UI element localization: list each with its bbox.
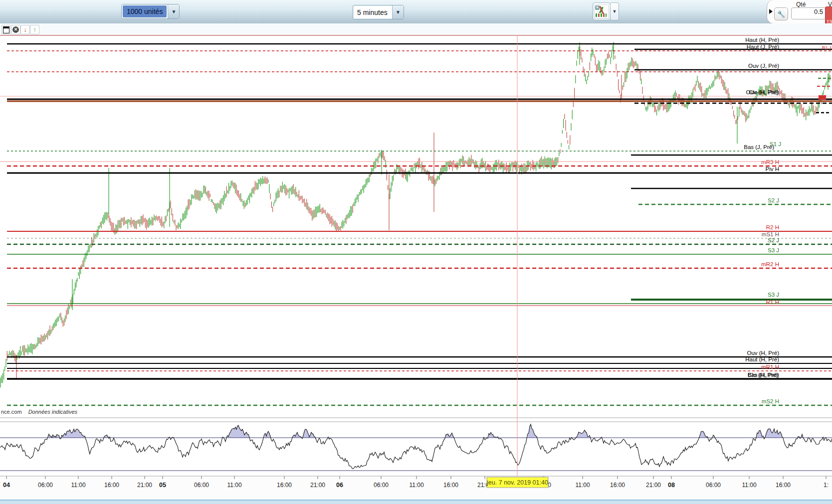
price-chart-canvas[interactable]: Haut (H, Pré)Haut (J, Pré)Ouv (J, Pré)Cl…: [0, 35, 832, 504]
svg-text:S2 J: S2 J: [768, 237, 779, 243]
svg-text:Haut (H, Pré): Haut (H, Pré): [745, 356, 779, 362]
close-window-button[interactable]: ✕: [11, 25, 20, 34]
source-text: nce.com: [1, 409, 22, 415]
svg-text:16:00: 16:00: [610, 482, 625, 489]
svg-text:mS2 H: mS2 H: [762, 398, 779, 404]
svg-text:mR3 H: mR3 H: [761, 159, 779, 165]
svg-text:08: 08: [668, 482, 675, 489]
svg-text:Clo (H, Pré): Clo (H, Pré): [748, 372, 778, 378]
svg-text:S3 J: S3 J: [768, 247, 779, 253]
svg-text:06:00: 06:00: [706, 482, 721, 489]
svg-text:05: 05: [159, 482, 166, 489]
svg-text:06:00: 06:00: [374, 482, 389, 489]
date-tooltip: jeu. 7 nov. 2019 01:40: [486, 477, 548, 488]
svg-text:16:00: 16:00: [277, 482, 292, 489]
svg-text:Haut (J, Pré): Haut (J, Pré): [747, 44, 779, 50]
svg-text:S1 J: S1 J: [770, 141, 781, 147]
collapse-panel-icon[interactable]: [769, 9, 773, 14]
svg-text:11:00: 11:00: [742, 482, 756, 489]
svg-text:11:00: 11:00: [575, 482, 590, 489]
svg-text:Ouv (J, Pré): Ouv (J, Pré): [748, 63, 779, 69]
timeframe-dropdown[interactable]: 5 minutes ▼: [353, 5, 404, 19]
svg-text:S2 J: S2 J: [768, 197, 779, 203]
quantity-input[interactable]: 0.5: [791, 7, 826, 19]
timeframe-dropdown-arrow-icon[interactable]: ▼: [392, 5, 404, 19]
green-up-arrow-icon: ↑: [33, 26, 36, 33]
units-dropdown-value[interactable]: 1000 unités: [123, 5, 167, 17]
svg-text:06:00: 06:00: [38, 482, 53, 489]
svg-text:Piv H: Piv H: [766, 166, 779, 172]
chart-type-dropdown-arrow[interactable]: ▼: [610, 2, 619, 20]
order-panel: 🔧 Qté 0.5 V 13 2: [767, 0, 832, 24]
svg-text:Ouv (H, Pré): Ouv (H, Pré): [747, 350, 779, 356]
chart-window-toolbar: ✕ ↓ ↑: [0, 23, 832, 35]
svg-text:21:00: 21:00: [137, 482, 152, 489]
svg-text:Haut (H, Pré): Haut (H, Pré): [745, 37, 779, 43]
top-toolbar: 1000 unités ▼ 5 minutes ▼ + ▼ 🔧 Qté 0.5 …: [0, 0, 832, 23]
data-source-footer: nce.com Données indicatives: [1, 409, 77, 415]
svg-text:S3 J: S3 J: [768, 292, 779, 298]
svg-text:R1 J: R1 J: [822, 45, 832, 50]
svg-text:21:00: 21:00: [646, 482, 661, 489]
svg-text:mS1 H: mS1 H: [762, 231, 779, 237]
svg-text:04: 04: [3, 482, 10, 489]
svg-text:06: 06: [336, 482, 343, 489]
svg-text:16:00: 16:00: [104, 482, 119, 489]
svg-text:1:: 1:: [824, 482, 829, 489]
svg-text:16:00: 16:00: [776, 482, 791, 489]
units-dropdown[interactable]: 1000 unités ▼: [121, 4, 180, 19]
red-down-arrow-icon: ↓: [24, 26, 27, 33]
timeframe-dropdown-value[interactable]: 5 minutes: [353, 5, 392, 19]
move-up-button[interactable]: ↑: [30, 25, 39, 34]
svg-text:jeu. 7 nov. 2019 01:40: jeu. 7 nov. 2019 01:40: [486, 479, 548, 486]
svg-text:R2 H: R2 H: [766, 224, 779, 230]
chart-type-icon: +: [594, 4, 609, 18]
svg-text:11:00: 11:00: [71, 482, 85, 489]
svg-text:Ouv (H, Pré): Ouv (H, Pré): [746, 89, 778, 95]
svg-text:mR2 H: mR2 H: [761, 261, 779, 267]
svg-text:11:00: 11:00: [227, 482, 241, 489]
svg-text:06:00: 06:00: [194, 482, 209, 489]
window-icon: [3, 26, 9, 33]
quantity-label: Qté: [796, 1, 806, 8]
units-dropdown-arrow-icon[interactable]: ▼: [168, 4, 179, 18]
order-settings-button[interactable]: 🔧: [774, 7, 788, 20]
svg-text:16:00: 16:00: [443, 482, 458, 489]
chart-type-button[interactable]: +: [593, 2, 611, 20]
svg-text:21:00: 21:00: [310, 482, 325, 489]
restore-window-button[interactable]: [1, 25, 11, 34]
move-down-button[interactable]: ↓: [20, 25, 30, 34]
svg-text:R1 H: R1 H: [766, 299, 779, 305]
svg-text:mR1 H: mR1 H: [761, 364, 779, 370]
close-icon: ✕: [12, 26, 19, 33]
trading-platform-window: 1000 unités ▼ 5 minutes ▼ + ▼ 🔧 Qté 0.5 …: [0, 0, 832, 504]
svg-text:11:00: 11:00: [409, 482, 423, 489]
indicative-data-note: Données indicatives: [28, 409, 77, 415]
